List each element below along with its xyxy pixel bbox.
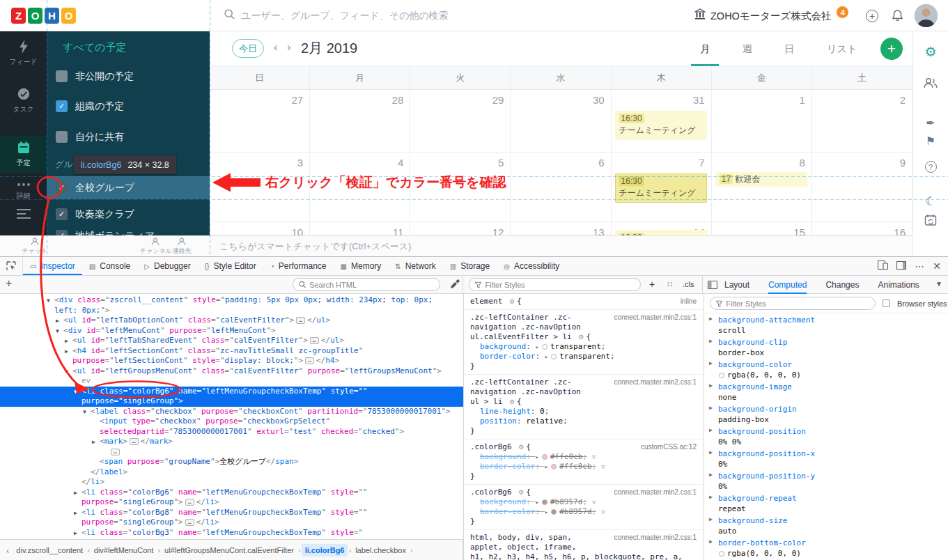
expand-arrow-icon[interactable]: ▶: [709, 494, 713, 500]
stylesheet-link[interactable]: connect.master.min2.css:1: [614, 378, 697, 387]
css-declaration[interactable]: background: ▸#b8957d;▽: [470, 497, 699, 507]
css-selector[interactable]: applet, object, iframe,: [470, 543, 699, 552]
css-selector[interactable]: connect.master.min2.css:1.zc-leftContain…: [470, 313, 699, 322]
expand-arrow-icon[interactable]: ▶: [709, 516, 713, 522]
expand-arrow-icon[interactable]: ▸: [535, 343, 538, 350]
css-selector[interactable]: navigation .zc-navOption: [470, 387, 699, 397]
twisty-closed-icon[interactable]: ▶: [56, 316, 59, 327]
expand-arrow-icon[interactable]: ▶: [709, 427, 713, 433]
view-tab[interactable]: 月: [684, 31, 726, 66]
dom-tree-line[interactable]: purpose="singleGroup">: [0, 396, 463, 407]
css-declaration[interactable]: border-color: ▸transparent;: [470, 352, 699, 361]
computed-property[interactable]: ▶background-sizeauto: [704, 514, 948, 536]
expand-arrow-icon[interactable]: ▶: [709, 449, 713, 456]
css-declaration[interactable]: line-height: 0;: [470, 407, 699, 417]
computed-property[interactable]: ▶background-repeatrepeat: [704, 492, 948, 514]
overridden-filter-icon[interactable]: ▽: [601, 463, 605, 470]
css-declaration[interactable]: border-color: ▸#b8957d;▽: [470, 507, 699, 517]
twisty-closed-icon[interactable]: ▶: [74, 529, 77, 539]
css-selector[interactable]: navigation .zc-navOption: [470, 322, 699, 332]
all-events-title[interactable]: すべての予定: [63, 41, 126, 54]
dom-tree-line[interactable]: …: [0, 447, 463, 458]
twisty-open-icon[interactable]: ▼: [74, 387, 77, 398]
computed-property[interactable]: ▶background-colorrgba(0, 0, 0, 0): [704, 358, 948, 380]
calendar-cell[interactable]: 716:30チームミーティング: [612, 153, 712, 222]
element-picker-icon[interactable]: [0, 257, 23, 275]
dom-tree-line[interactable]: ▶<h4 id="leftSectionCont" class="zc-navT…: [0, 346, 463, 357]
dom-tree-line[interactable]: ▶<mark>…</mark>: [0, 437, 463, 447]
css-declaration[interactable]: position: relative;: [470, 417, 699, 426]
calendar-cell[interactable]: 2: [812, 90, 912, 153]
breadcrumb-item[interactable]: li.colorBg6: [302, 544, 348, 557]
css-declaration[interactable]: background: ▸transparent;: [470, 342, 699, 352]
ellipsis-badge[interactable]: …: [296, 317, 305, 324]
computed-filter-box[interactable]: [710, 297, 876, 310]
calendar-cell[interactable]: 5: [410, 153, 511, 222]
calendar-cell[interactable]: 6: [511, 153, 611, 222]
dock-side-icon[interactable]: [896, 261, 906, 272]
twisty-closed-icon[interactable]: ▶: [92, 437, 95, 448]
calendar-cell[interactable]: 10: [210, 222, 310, 235]
dom-tree-line[interactable]: left: 0px;">: [0, 306, 463, 316]
devtools-tab[interactable]: ▥Storage: [443, 257, 497, 275]
calendar-cell[interactable]: 1: [712, 90, 812, 153]
devtools-tab[interactable]: ⇅Network: [388, 257, 442, 275]
twisty-closed-icon[interactable]: ▶: [65, 336, 68, 347]
expand-arrow-icon[interactable]: ▶: [709, 538, 713, 545]
css-selector[interactable]: h1, h2, h3, h4, h5, h6, p, blockquote, p…: [470, 552, 699, 560]
css-selector[interactable]: inlineelement ⚙{: [470, 297, 699, 306]
ellipsis-badge[interactable]: …: [111, 449, 120, 456]
new-rule-icon[interactable]: +: [649, 279, 655, 290]
dom-tree-line[interactable]: ▼<li class="colorBg6" name="leftMenuGrou…: [0, 387, 463, 397]
overridden-filter-icon[interactable]: ▽: [592, 453, 596, 460]
dom-tree-line[interactable]: ▶<li class="colorBg3" name="leftMenuGrou…: [0, 528, 463, 538]
ellipsis-badge[interactable]: …: [305, 357, 314, 364]
dom-tree-line[interactable]: selectedpartid="7853000000017001" exturl…: [0, 427, 463, 437]
sidebar-tab[interactable]: Layout: [724, 276, 749, 294]
rail-item[interactable]: フィード: [0, 40, 47, 67]
expand-arrow-icon[interactable]: ▶: [709, 360, 713, 366]
breadcrumb-item[interactable]: label.checkbox: [352, 544, 410, 557]
expand-arrow-icon[interactable]: ▶: [709, 338, 713, 344]
flag-icon[interactable]: ⚑: [913, 134, 948, 148]
calendar-cell[interactable]: 11: [310, 222, 410, 235]
html-search-box[interactable]: [293, 278, 440, 291]
css-declaration[interactable]: border-color: ▸#ffc0cb;▽: [470, 462, 699, 472]
devtools-tab[interactable]: ▦Memory: [334, 257, 389, 275]
class-panel-toggle[interactable]: .cls: [683, 280, 694, 288]
checkbox-icon[interactable]: [56, 131, 68, 143]
filter-styles-input[interactable]: [485, 281, 635, 289]
add-icon[interactable]: +: [866, 10, 878, 22]
computed-property[interactable]: ▶background-position0% 0%: [704, 425, 948, 447]
computed-property[interactable]: ▶background-position-x0%: [704, 447, 948, 469]
calendar-cell[interactable]: 12: [410, 222, 511, 235]
checkbox-icon[interactable]: [56, 70, 68, 82]
smart-chat-hint[interactable]: こちらがスマートチャットです(Ctrl+スペース): [219, 236, 411, 257]
css-selector[interactable]: ul.calEventFilter > li ⚙{: [470, 332, 699, 342]
add-event-button[interactable]: +: [880, 38, 903, 60]
sidebar-tab[interactable]: Changes: [825, 276, 859, 294]
devtools-tab[interactable]: ◔Performance: [263, 257, 334, 275]
breadcrumb-item[interactable]: div#leftMenuCont: [91, 544, 157, 557]
twisty-closed-icon[interactable]: ▶: [74, 508, 77, 519]
dom-tree-line[interactable]: ▶<li class="colorBg8" name="leftMenuGrou…: [0, 508, 463, 518]
calendar-cell[interactable]: 30: [511, 90, 611, 153]
stylesheet-link[interactable]: connect.master.min2.css:1: [614, 488, 697, 497]
help-icon[interactable]: ?: [913, 161, 948, 173]
view-tab[interactable]: 週: [726, 31, 768, 66]
selector-highlighter-icon[interactable]: ⚙: [509, 398, 515, 405]
stylesheet-link[interactable]: connect.master.min2.css:1: [614, 313, 697, 322]
computed-property[interactable]: ▶background-originpadding-box: [704, 403, 948, 425]
twisty-open-icon[interactable]: ▼: [83, 407, 86, 418]
rail-item[interactable]: 予定: [0, 136, 47, 173]
rail-item[interactable]: タスク: [0, 87, 47, 114]
overridden-filter-icon[interactable]: ▽: [592, 499, 596, 506]
devtools-close-icon[interactable]: ✕: [933, 260, 941, 272]
search-html-input[interactable]: [309, 281, 434, 289]
devtools-tab[interactable]: ▷Debugger: [137, 257, 197, 275]
calendar-filter-item[interactable]: ✓全校グループ: [47, 176, 210, 199]
color-swatch[interactable]: [551, 509, 557, 515]
css-selector[interactable]: connect.master.min2.css:1html, body, div…: [470, 533, 699, 543]
search-input[interactable]: [241, 10, 541, 21]
twisty-open-icon[interactable]: ▼: [47, 296, 50, 306]
